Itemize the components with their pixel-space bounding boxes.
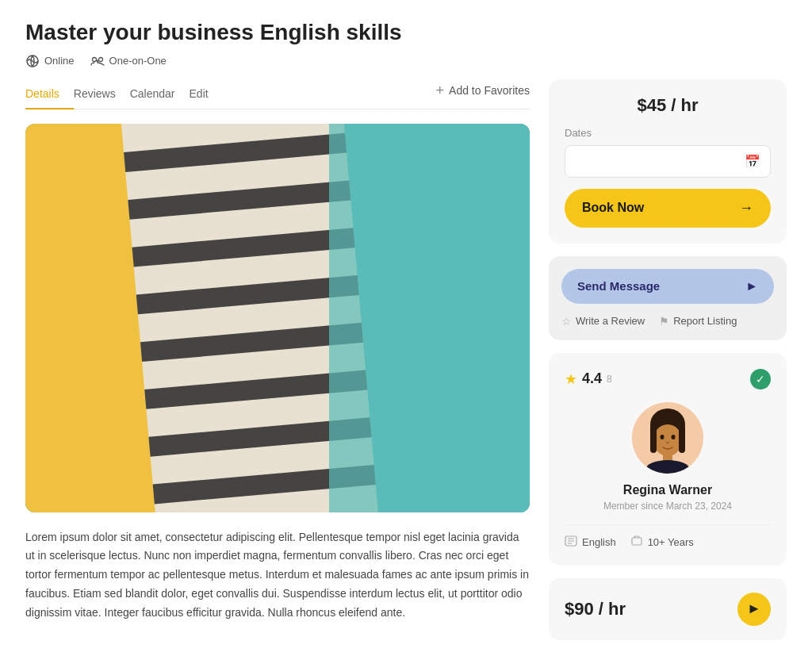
language-meta: English [565,535,616,550]
dates-input[interactable]: 📅 [565,145,771,178]
avatar-svg [632,402,703,474]
report-listing-link[interactable]: ⚑ Report Listing [659,315,737,328]
hero-svg [25,124,530,512]
online-tag: Online [25,54,75,68]
svg-point-23 [661,435,665,439]
send-message-label: Send Message [577,279,660,293]
bottom-send-icon: ► [747,600,761,617]
hero-image [25,124,530,512]
bottom-price: $90 / hr [565,599,626,620]
one-on-one-icon [90,54,105,68]
online-icon [25,54,40,68]
main-content: Details Reviews Calendar Edit + Add to F… [25,79,530,623]
language-icon [565,535,577,550]
tab-details[interactable]: Details [25,79,74,109]
svg-point-24 [672,435,676,439]
action-links: ☆ Write a Review ⚑ Report Listing [561,315,774,328]
svg-point-2 [98,57,102,61]
svg-point-25 [666,441,669,443]
svg-point-20 [653,424,682,456]
svg-rect-32 [632,538,642,545]
write-review-label: Write a Review [576,315,645,327]
tab-calendar[interactable]: Calendar [130,79,190,109]
tutor-name: Regina Warner [565,483,771,497]
language-value: English [582,536,616,548]
flag-icon: ⚑ [659,315,669,328]
tabs-left: Details Reviews Calendar Edit [25,79,223,109]
book-now-label: Book Now [582,201,644,215]
tutor-avatar [632,402,703,474]
tabs-row: Details Reviews Calendar Edit + Add to F… [25,79,530,109]
book-now-button[interactable]: Book Now → [565,189,771,228]
bottom-price-card: $90 / hr ► [549,578,787,640]
tab-reviews[interactable]: Reviews [74,79,130,109]
verified-check-icon: ✓ [750,369,771,389]
plus-icon: + [436,82,445,99]
tags-row: Online One-on-One [25,54,787,68]
svg-rect-22 [679,424,685,453]
tutor-meta: English 10+ Years [565,524,771,550]
write-review-link[interactable]: ☆ Write a Review [561,315,645,328]
send-message-card: Send Message ► ☆ Write a Review ⚑ Report… [549,256,787,340]
rating-number: 4.4 [582,370,602,387]
rating-card: ★ 4.4 8 ✓ [549,353,787,566]
page-title: Master your business English skills [25,19,787,46]
tab-edit[interactable]: Edit [190,79,223,109]
svg-rect-17 [329,124,530,512]
add-to-favorites-label: Add to Favorites [449,84,530,97]
rating-star-icon: ★ [565,370,577,388]
calendar-icon: 📅 [745,154,760,169]
experience-value: 10+ Years [648,536,694,548]
send-message-button[interactable]: Send Message ► [561,269,774,304]
add-to-favorites-button[interactable]: + Add to Favorites [436,82,530,105]
bottom-send-button[interactable]: ► [737,593,771,626]
experience-meta: 10+ Years [630,535,694,550]
tutor-since: Member since March 23, 2024 [565,501,771,512]
dates-label: Dates [565,127,771,139]
svg-point-1 [92,57,96,61]
listing-price: $45 / hr [565,95,771,116]
sidebar: $45 / hr Dates 📅 Book Now → Send Message… [549,79,787,640]
one-on-one-tag-label: One-on-One [109,55,167,67]
book-now-arrow-icon: → [739,200,753,217]
price-card: $45 / hr Dates 📅 Book Now → [549,79,787,244]
description-text: Lorem ipsum dolor sit amet, consectetur … [25,528,530,623]
rating-top: ★ 4.4 8 ✓ [565,369,771,389]
star-icon: ☆ [561,315,572,328]
online-tag-label: Online [44,55,75,67]
experience-icon [630,535,643,550]
rating-count: 8 [607,374,612,385]
send-icon: ► [745,279,758,293]
report-listing-label: Report Listing [673,315,737,327]
main-layout: Details Reviews Calendar Edit + Add to F… [25,79,787,640]
one-on-one-tag: One-on-One [90,54,167,68]
svg-rect-21 [650,424,657,453]
